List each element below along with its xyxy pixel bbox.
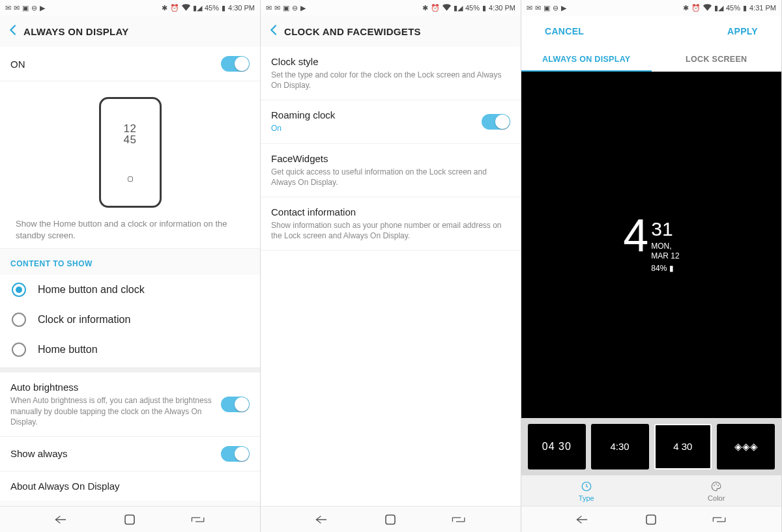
preview-battery: 84% ▮ <box>651 264 679 273</box>
image-icon: ▣ <box>543 4 550 12</box>
facewidgets-row[interactable]: FaceWidgets Get quick access to useful i… <box>261 144 521 197</box>
auto-brightness-title: Auto brightness <box>10 382 214 393</box>
nav-bar <box>0 506 260 532</box>
radio-home-button[interactable]: Home button <box>0 335 260 367</box>
nav-recents-icon[interactable] <box>712 514 727 525</box>
battery-icon: ▮ <box>222 4 225 12</box>
preview-clock-bottom: 45 <box>124 133 137 146</box>
status-time: 4:30 PM <box>489 4 515 12</box>
preview-home-button-icon <box>128 176 133 182</box>
radio-label: Home button and clock <box>38 284 145 296</box>
show-always-row[interactable]: Show always <box>0 437 260 471</box>
preview-area: 1245 Show the Home button and a clock or… <box>0 81 260 249</box>
clock-style-option[interactable]: 4:30 <box>591 424 649 469</box>
cancel-button[interactable]: CANCEL <box>545 26 584 36</box>
radio-icon <box>12 343 26 357</box>
bluetooth-icon: ✱ <box>162 4 167 12</box>
tab-color[interactable]: Color <box>652 475 782 506</box>
play-icon: ▶ <box>40 4 45 12</box>
action-bar: CANCEL APPLY <box>521 16 781 47</box>
panel-always-on-display: ✉ ✉ ▣ ⊖ ▶ ✱ ⏰ ▮◢ 45% ▮ 4:30 PM ALWAYS ON… <box>0 0 261 532</box>
row-title: Contact information <box>271 206 510 217</box>
status-time: 4:30 PM <box>228 4 255 12</box>
dnd-icon: ⊖ <box>292 4 298 12</box>
app-bar: CLOCK AND FACEWIDGETS <box>261 16 521 47</box>
on-toggle[interactable] <box>221 56 250 72</box>
signal-icon: ▮◢ <box>193 4 202 12</box>
thumbnail-label: 4 30 <box>673 441 692 452</box>
tab-always-on-display[interactable]: ALWAYS ON DISPLAY <box>521 47 652 72</box>
nav-recents-icon[interactable] <box>190 514 206 525</box>
radio-icon <box>12 283 26 297</box>
roaming-clock-toggle[interactable] <box>482 114 510 130</box>
status-time: 4:31 PM <box>749 4 776 12</box>
show-always-toggle[interactable] <box>221 446 250 462</box>
preview-battery-percent: 84% <box>651 264 667 273</box>
bluetooth-icon: ✱ <box>422 4 428 12</box>
palette-icon <box>710 481 722 492</box>
tab-type[interactable]: Type <box>521 475 652 506</box>
clock-style-row[interactable]: Clock style Set the type and color for t… <box>261 47 521 100</box>
row-sub: Get quick access to useful information o… <box>271 167 510 188</box>
app-bar: ALWAYS ON DISPLAY <box>0 16 260 47</box>
battery-icon: ▮ <box>743 4 747 12</box>
status-bar: ✉ ✉ ▣ ⊖ ▶ ✱ ⏰ ▮◢ 45% ▮ 4:31 PM <box>521 0 781 16</box>
wifi-icon <box>182 4 190 12</box>
clock-style-option[interactable]: 4 30 <box>654 424 712 469</box>
tab-type-label: Type <box>579 494 594 502</box>
radio-label: Clock or information <box>38 314 130 326</box>
play-icon: ▶ <box>561 4 566 12</box>
preview-date: MON, MAR 12 <box>651 242 679 261</box>
nav-back-icon[interactable] <box>315 514 329 525</box>
svg-point-3 <box>714 485 715 486</box>
bluetooth-icon: ✱ <box>683 4 689 12</box>
page-title: ALWAYS ON DISPLAY <box>23 26 129 37</box>
panel-clock-and-facewidgets: ✉ ✉ ▣ ⊖ ▶ ✱ ⏰ ▮◢ 45% ▮ 4:30 PM CLOCK AND… <box>261 0 521 532</box>
auto-brightness-row[interactable]: Auto brightness When Auto brightness is … <box>0 372 260 437</box>
on-label: ON <box>10 59 214 70</box>
status-bar: ✉ ✉ ▣ ⊖ ▶ ✱ ⏰ ▮◢ 45% ▮ 4:30 PM <box>261 0 521 16</box>
apply-button[interactable]: APPLY <box>727 26 758 36</box>
clock-style-option[interactable]: ◈◈◈ <box>717 424 775 469</box>
row-sub: On <box>271 123 475 133</box>
preview-phone-icon: 1245 <box>99 97 162 208</box>
radio-home-button-and-clock[interactable]: Home button and clock <box>0 275 260 305</box>
battery-icon: ▮ <box>482 4 486 12</box>
tab-lock-screen[interactable]: LOCK SCREEN <box>652 47 782 72</box>
wifi-icon <box>442 4 451 12</box>
nav-recents-icon[interactable] <box>451 514 467 525</box>
svg-rect-6 <box>646 515 656 524</box>
alarm-icon: ⏰ <box>691 4 701 12</box>
radio-icon <box>12 313 26 327</box>
contact-information-row[interactable]: Contact information Show information suc… <box>261 197 521 251</box>
nav-home-icon[interactable] <box>123 513 136 526</box>
auto-brightness-toggle[interactable] <box>221 397 250 412</box>
about-row[interactable]: About Always On Display <box>0 471 260 501</box>
radio-clock-or-information[interactable]: Clock or information <box>0 305 260 335</box>
nav-back-icon[interactable] <box>575 514 590 525</box>
gmail-icon: ✉ <box>266 4 272 12</box>
roaming-clock-row[interactable]: Roaming clock On <box>261 100 521 143</box>
nav-bar <box>521 506 781 532</box>
back-icon[interactable] <box>9 24 17 38</box>
preview-date-l2: MAR 12 <box>651 251 679 260</box>
tab-color-label: Color <box>708 494 725 502</box>
row-title: Clock style <box>271 56 510 67</box>
image-icon: ▣ <box>283 4 289 12</box>
status-bar: ✉ ✉ ▣ ⊖ ▶ ✱ ⏰ ▮◢ 45% ▮ 4:30 PM <box>0 0 260 16</box>
signal-icon: ▮◢ <box>454 4 463 12</box>
auto-brightness-sub: When Auto brightness is off, you can adj… <box>10 395 214 427</box>
thumbnail-label: ◈◈◈ <box>734 441 758 452</box>
svg-rect-1 <box>386 515 395 524</box>
gmail-icon: ✉ <box>5 4 11 12</box>
row-sub: Set the type and color for the clock on … <box>271 70 510 91</box>
nav-home-icon[interactable] <box>644 513 658 526</box>
panel-clock-style-picker: ✉ ✉ ▣ ⊖ ▶ ✱ ⏰ ▮◢ 45% ▮ 4:31 PM CANCEL AP… <box>521 0 782 532</box>
thumbnail-label: 4:30 <box>611 441 630 452</box>
alarm-icon: ⏰ <box>170 4 179 12</box>
nav-home-icon[interactable] <box>384 513 397 526</box>
back-icon[interactable] <box>270 24 278 38</box>
clock-style-option[interactable]: 04 30 <box>528 424 586 469</box>
on-toggle-row[interactable]: ON <box>0 47 260 81</box>
nav-back-icon[interactable] <box>54 514 68 525</box>
